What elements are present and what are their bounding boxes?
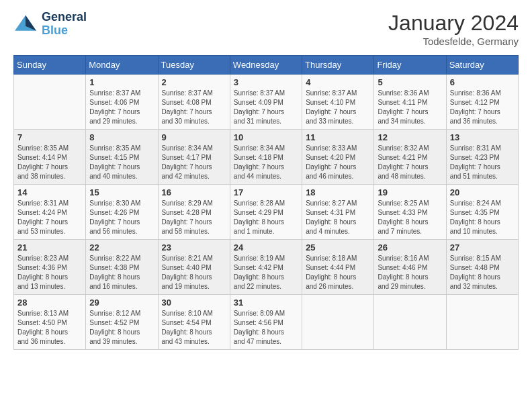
week-row-0: 1Sunrise: 8:37 AMSunset: 4:06 PMDaylight…: [14, 75, 519, 130]
day-number: 29: [89, 298, 154, 308]
day-cell: 26Sunrise: 8:16 AMSunset: 4:46 PMDayligh…: [374, 240, 446, 295]
month-title: January 2024: [388, 11, 519, 36]
day-number: 8: [89, 132, 154, 142]
day-number: 2: [162, 77, 226, 87]
day-cell: 11Sunrise: 8:33 AMSunset: 4:20 PMDayligh…: [302, 130, 374, 185]
day-info: Sunrise: 8:35 AMSunset: 4:14 PMDaylight:…: [17, 144, 82, 181]
day-info: Sunrise: 8:23 AMSunset: 4:36 PMDaylight:…: [17, 254, 82, 291]
day-info: Sunrise: 8:34 AMSunset: 4:17 PMDaylight:…: [162, 144, 226, 181]
day-cell: [446, 295, 518, 350]
day-info: Sunrise: 8:37 AMSunset: 4:10 PMDaylight:…: [306, 89, 370, 126]
day-info: Sunrise: 8:30 AMSunset: 4:26 PMDaylight:…: [89, 199, 154, 236]
day-info: Sunrise: 8:36 AMSunset: 4:11 PMDaylight:…: [378, 89, 442, 126]
day-info: Sunrise: 8:13 AMSunset: 4:50 PMDaylight:…: [17, 309, 82, 347]
day-number: 28: [17, 298, 82, 308]
day-cell: 6Sunrise: 8:36 AMSunset: 4:12 PMDaylight…: [446, 75, 518, 130]
day-cell: 21Sunrise: 8:23 AMSunset: 4:36 PMDayligh…: [14, 240, 86, 295]
day-cell: 15Sunrise: 8:30 AMSunset: 4:26 PMDayligh…: [86, 185, 158, 240]
calendar: SundayMondayTuesdayWednesdayThursdayFrid…: [13, 55, 519, 350]
day-cell: 3Sunrise: 8:37 AMSunset: 4:09 PMDaylight…: [230, 75, 302, 130]
day-number: 27: [450, 242, 515, 253]
day-number: 19: [378, 187, 442, 197]
day-info: Sunrise: 8:10 AMSunset: 4:54 PMDaylight:…: [162, 309, 226, 347]
week-row-2: 14Sunrise: 8:31 AMSunset: 4:24 PMDayligh…: [14, 185, 519, 240]
day-cell: 7Sunrise: 8:35 AMSunset: 4:14 PMDaylight…: [14, 130, 86, 185]
day-number: 3: [234, 77, 298, 87]
logo-icon: [13, 14, 38, 34]
day-info: Sunrise: 8:21 AMSunset: 4:40 PMDaylight:…: [162, 254, 226, 291]
day-cell: 12Sunrise: 8:32 AMSunset: 4:21 PMDayligh…: [374, 130, 446, 185]
day-cell: 27Sunrise: 8:15 AMSunset: 4:48 PMDayligh…: [446, 240, 518, 295]
weekday-header-sunday: Sunday: [14, 56, 86, 75]
day-number: 11: [306, 132, 370, 142]
day-info: Sunrise: 8:37 AMSunset: 4:06 PMDaylight:…: [89, 89, 154, 126]
weekday-header-monday: Monday: [86, 56, 158, 75]
day-cell: 31Sunrise: 8:09 AMSunset: 4:56 PMDayligh…: [230, 295, 302, 350]
weekday-header-tuesday: Tuesday: [158, 56, 230, 75]
logo: General Blue: [13, 11, 87, 38]
logo-line2: Blue: [42, 24, 87, 38]
day-info: Sunrise: 8:19 AMSunset: 4:42 PMDaylight:…: [234, 254, 298, 291]
day-info: Sunrise: 8:36 AMSunset: 4:12 PMDaylight:…: [450, 89, 515, 126]
day-number: 7: [17, 132, 82, 142]
logo-line1: General: [42, 11, 87, 24]
day-cell: 18Sunrise: 8:27 AMSunset: 4:31 PMDayligh…: [302, 185, 374, 240]
day-number: 12: [378, 132, 442, 142]
day-info: Sunrise: 8:16 AMSunset: 4:46 PMDaylight:…: [378, 254, 442, 291]
day-cell: 23Sunrise: 8:21 AMSunset: 4:40 PMDayligh…: [158, 240, 230, 295]
day-number: 25: [306, 242, 370, 253]
day-number: 6: [450, 77, 515, 87]
day-info: Sunrise: 8:15 AMSunset: 4:48 PMDaylight:…: [450, 254, 515, 291]
weekday-header-saturday: Saturday: [446, 56, 518, 75]
day-info: Sunrise: 8:27 AMSunset: 4:31 PMDaylight:…: [306, 199, 370, 236]
day-cell: 8Sunrise: 8:35 AMSunset: 4:15 PMDaylight…: [86, 130, 158, 185]
day-info: Sunrise: 8:28 AMSunset: 4:29 PMDaylight:…: [234, 199, 298, 236]
day-cell: 16Sunrise: 8:29 AMSunset: 4:28 PMDayligh…: [158, 185, 230, 240]
location: Todesfelde, Germany: [388, 36, 519, 47]
day-cell: 4Sunrise: 8:37 AMSunset: 4:10 PMDaylight…: [302, 75, 374, 130]
day-cell: 2Sunrise: 8:37 AMSunset: 4:08 PMDaylight…: [158, 75, 230, 130]
day-info: Sunrise: 8:32 AMSunset: 4:21 PMDaylight:…: [378, 144, 442, 181]
weekday-header-row: SundayMondayTuesdayWednesdayThursdayFrid…: [14, 56, 519, 75]
day-info: Sunrise: 8:35 AMSunset: 4:15 PMDaylight:…: [89, 144, 154, 181]
day-number: 1: [89, 77, 154, 87]
day-info: Sunrise: 8:37 AMSunset: 4:09 PMDaylight:…: [234, 89, 298, 126]
day-number: 15: [89, 187, 154, 197]
day-number: 24: [234, 242, 298, 253]
day-info: Sunrise: 8:31 AMSunset: 4:24 PMDaylight:…: [17, 199, 82, 236]
day-cell: 10Sunrise: 8:34 AMSunset: 4:18 PMDayligh…: [230, 130, 302, 185]
day-cell: 22Sunrise: 8:22 AMSunset: 4:38 PMDayligh…: [86, 240, 158, 295]
day-number: 21: [17, 242, 82, 253]
day-cell: [302, 295, 374, 350]
day-number: 22: [89, 242, 154, 253]
day-number: 31: [234, 298, 298, 308]
day-info: Sunrise: 8:29 AMSunset: 4:28 PMDaylight:…: [162, 199, 226, 236]
day-info: Sunrise: 8:12 AMSunset: 4:52 PMDaylight:…: [89, 309, 154, 347]
day-cell: 28Sunrise: 8:13 AMSunset: 4:50 PMDayligh…: [14, 295, 86, 350]
week-row-4: 28Sunrise: 8:13 AMSunset: 4:50 PMDayligh…: [14, 295, 519, 350]
day-info: Sunrise: 8:18 AMSunset: 4:44 PMDaylight:…: [306, 254, 370, 291]
day-info: Sunrise: 8:09 AMSunset: 4:56 PMDaylight:…: [234, 309, 298, 347]
day-number: 26: [378, 242, 442, 253]
day-info: Sunrise: 8:31 AMSunset: 4:23 PMDaylight:…: [450, 144, 515, 181]
title-block: January 2024 Todesfelde, Germany: [388, 11, 519, 47]
day-number: 5: [378, 77, 442, 87]
weekday-header-wednesday: Wednesday: [230, 56, 302, 75]
day-cell: 5Sunrise: 8:36 AMSunset: 4:11 PMDaylight…: [374, 75, 446, 130]
weekday-header-thursday: Thursday: [302, 56, 374, 75]
day-number: 20: [450, 187, 515, 197]
day-cell: 17Sunrise: 8:28 AMSunset: 4:29 PMDayligh…: [230, 185, 302, 240]
day-number: 14: [17, 187, 82, 197]
day-number: 9: [162, 132, 226, 142]
day-cell: 24Sunrise: 8:19 AMSunset: 4:42 PMDayligh…: [230, 240, 302, 295]
day-cell: 14Sunrise: 8:31 AMSunset: 4:24 PMDayligh…: [14, 185, 86, 240]
day-cell: 13Sunrise: 8:31 AMSunset: 4:23 PMDayligh…: [446, 130, 518, 185]
day-info: Sunrise: 8:37 AMSunset: 4:08 PMDaylight:…: [162, 89, 226, 126]
day-cell: 30Sunrise: 8:10 AMSunset: 4:54 PMDayligh…: [158, 295, 230, 350]
day-info: Sunrise: 8:25 AMSunset: 4:33 PMDaylight:…: [378, 199, 442, 236]
day-number: 16: [162, 187, 226, 197]
header: General Blue January 2024 Todesfelde, Ge…: [13, 11, 519, 47]
day-number: 13: [450, 132, 515, 142]
week-row-1: 7Sunrise: 8:35 AMSunset: 4:14 PMDaylight…: [14, 130, 519, 185]
logo-text: General Blue: [42, 11, 87, 38]
